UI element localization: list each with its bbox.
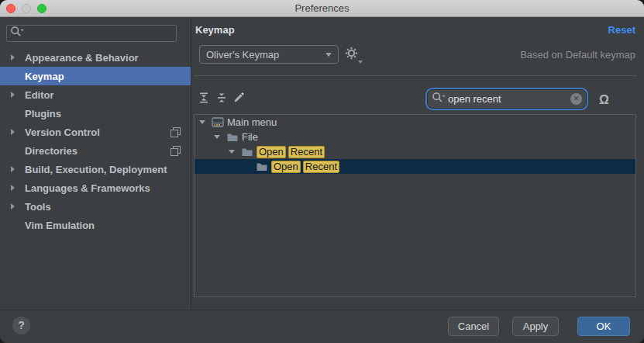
keymap-settings-panel: Keymap Reset Oliver's Keymap Based on De… (192, 17, 644, 310)
settings-search-input[interactable] (25, 27, 173, 40)
expand-arrow-icon[interactable] (11, 129, 15, 135)
clear-icon[interactable]: ✕ (570, 93, 582, 105)
expand-arrow-icon[interactable] (11, 166, 15, 172)
shortcut-search-box[interactable]: ✕ (427, 89, 587, 109)
sidebar-item-label: Keymap (25, 71, 64, 82)
sidebar-item-plugins[interactable]: Plugins (0, 104, 191, 123)
dialog-footer: ? Cancel Apply OK (0, 310, 644, 343)
keymap-select[interactable]: Oliver's Keymap (199, 45, 339, 64)
tree-row[interactable]: File (195, 130, 635, 144)
per-project-icon (170, 127, 181, 137)
sidebar-item-label: Version Control (25, 126, 100, 138)
actions-tree: Main menuFileOpenRecentOpenRecent (194, 114, 636, 297)
per-project-icon (170, 146, 181, 156)
sidebar-item-label: Plugins (25, 108, 61, 120)
expand-all-icon[interactable] (198, 92, 210, 104)
sidebar-item-version-control[interactable]: Version Control (0, 123, 191, 141)
main-menu-icon (212, 116, 224, 129)
search-icon (432, 92, 446, 107)
sidebar-item-appearance-behavior[interactable]: Appearance & Behavior (0, 48, 191, 67)
cancel-button[interactable]: Cancel (448, 317, 499, 336)
tree-label: Main menu (227, 116, 277, 128)
chevron-down-icon (358, 61, 363, 64)
preferences-window: Preferences Appearance & BehaviorKeymapE… (0, 0, 644, 343)
sidebar-item-label: Appearance & Behavior (25, 52, 139, 64)
sidebar-item-tools[interactable]: Tools (0, 197, 191, 216)
keymap-select-value: Oliver's Keymap (206, 49, 325, 61)
collapse-arrow-icon[interactable] (229, 150, 235, 154)
sidebar-item-keymap[interactable]: Keymap (0, 67, 191, 85)
tree-row[interactable]: OpenRecent (195, 144, 635, 159)
header-separator (194, 75, 637, 76)
sidebar-item-label: Directories (25, 145, 77, 157)
settings-search-box[interactable] (6, 25, 177, 42)
folder-icon (256, 161, 268, 173)
match-highlight: Open (257, 146, 286, 158)
collapse-all-icon[interactable] (215, 92, 228, 104)
gear-icon (345, 47, 358, 60)
tree-row[interactable]: Main menu (195, 115, 635, 130)
ok-button[interactable]: OK (577, 317, 630, 336)
settings-sidebar: Appearance & BehaviorKeymapEditorPlugins… (0, 17, 191, 310)
titlebar[interactable]: Preferences (0, 0, 644, 17)
window-title: Preferences (0, 2, 644, 14)
sidebar-item-label: Tools (25, 201, 51, 213)
collapse-arrow-icon[interactable] (214, 135, 220, 139)
sidebar-item-label: Build, Execution, Deployment (25, 164, 167, 175)
sidebar-item-directories[interactable]: Directories (0, 141, 191, 160)
folder-icon (241, 146, 253, 158)
page-title: Keymap (195, 24, 235, 36)
expand-arrow-icon[interactable] (11, 54, 15, 61)
sidebar-item-label: Languages & Frameworks (25, 182, 150, 194)
sidebar-item-vim-emulation[interactable]: Vim Emulation (0, 216, 191, 234)
match-highlight: Recent (303, 161, 339, 173)
edit-icon[interactable] (232, 92, 245, 104)
expand-arrow-icon[interactable] (11, 185, 15, 191)
keymap-options-button[interactable] (345, 47, 362, 64)
reset-link[interactable]: Reset (608, 24, 635, 36)
based-on-label: Based on Default keymap (520, 49, 635, 61)
shortcut-search-input[interactable] (446, 92, 570, 106)
sidebar-item-label: Editor (25, 89, 54, 101)
apply-button[interactable]: Apply (512, 317, 559, 336)
collapse-arrow-icon[interactable] (199, 120, 205, 124)
match-highlight: Open (271, 161, 301, 173)
help-button[interactable]: ? (12, 317, 30, 334)
sidebar-item-label: Vim Emulation (25, 220, 95, 231)
chevron-down-icon (325, 53, 332, 57)
settings-category-list: Appearance & BehaviorKeymapEditorPlugins… (0, 48, 191, 234)
expand-arrow-icon[interactable] (11, 203, 15, 210)
expand-arrow-icon[interactable] (11, 92, 15, 98)
folder-icon (226, 131, 239, 144)
sidebar-item-languages-frameworks[interactable]: Languages & Frameworks (0, 178, 191, 197)
tree-label: File (242, 131, 258, 143)
find-by-shortcut-icon[interactable]: Ω (599, 93, 609, 107)
tree-row[interactable]: OpenRecent (195, 159, 635, 174)
sidebar-item-build-execution-deployment[interactable]: Build, Execution, Deployment (0, 160, 191, 178)
match-highlight: Recent (288, 146, 325, 158)
search-icon (10, 26, 25, 41)
sidebar-item-editor[interactable]: Editor (0, 85, 191, 104)
